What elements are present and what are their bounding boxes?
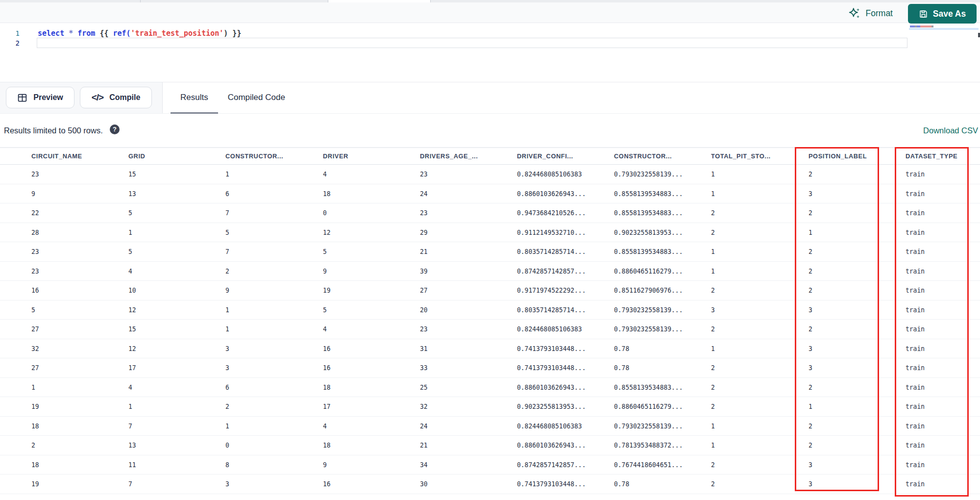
- code-icon: </>: [92, 92, 103, 103]
- editor-line-1[interactable]: 1select * from {{ ref('train_test_positi…: [0, 28, 907, 38]
- column-header-constructor: CONSTRUCTOR...: [225, 152, 318, 160]
- table-cell: 19: [323, 286, 416, 294]
- table-cell: 1: [128, 402, 221, 410]
- table-cell: 21: [420, 441, 513, 449]
- table-cell: 1: [711, 267, 804, 275]
- table-cell: 16: [323, 480, 416, 488]
- table-cell: 0.9023255813953...: [614, 228, 707, 236]
- table-cell: 20: [420, 306, 513, 314]
- line-number: 1: [0, 28, 20, 38]
- table-cell: 23: [420, 209, 513, 217]
- table-cell: 18: [323, 441, 416, 449]
- table-cell: 0: [225, 441, 318, 449]
- table-cell: 23: [31, 170, 124, 178]
- results-tabs: ResultsCompiled Code: [171, 82, 295, 114]
- help-circle-icon[interactable]: ?: [110, 125, 120, 134]
- table-cell: 13: [128, 190, 221, 198]
- table-cell: 2: [711, 325, 804, 333]
- table-cell: 11: [128, 461, 221, 469]
- table-cell: 0.824468085106383: [517, 422, 610, 430]
- table-cell: 0.8511627906976...: [614, 286, 707, 294]
- column-header-grid: GRID: [128, 152, 220, 160]
- table-cell: 0.8860465116279...: [614, 267, 707, 275]
- preview-button[interactable]: Preview: [6, 87, 74, 108]
- minimap-slider[interactable]: [909, 28, 979, 30]
- table-cell: 23: [31, 248, 124, 255]
- table-cell: 17: [128, 364, 221, 372]
- table-cell: 4: [323, 422, 416, 430]
- table-cell: 4: [128, 267, 221, 275]
- table-cell: 1: [128, 228, 221, 236]
- editor-line-2[interactable]: 2: [0, 38, 907, 48]
- tab-results[interactable]: Results: [171, 82, 218, 114]
- table-cell: 1: [225, 325, 318, 333]
- table-cell: 6: [225, 190, 318, 198]
- table-cell: 6: [225, 383, 318, 391]
- table-cell: 0: [323, 209, 416, 217]
- table-cell: 0.7413793103448...: [517, 480, 610, 488]
- table-cell: 2: [711, 383, 804, 391]
- table-cell: 1: [31, 383, 124, 391]
- table-cell: 18: [323, 190, 416, 198]
- table-cell: 34: [420, 461, 513, 469]
- save-as-button[interactable]: Save As: [908, 4, 977, 24]
- table-cell: 1: [711, 441, 804, 449]
- format-label: Format: [866, 8, 893, 19]
- editor-minimap[interactable]: [909, 24, 979, 82]
- table-cell: 0.824468085106383: [517, 170, 610, 178]
- table-cell: 0.8860103626943...: [517, 383, 610, 391]
- column-header-driver: DRIVER: [323, 152, 415, 160]
- table-cell: 21: [420, 248, 513, 255]
- table-cell: 7: [225, 209, 318, 217]
- table-cell: 5: [128, 248, 221, 255]
- results-action-bar: Preview </> Compile ResultsCompiled Code: [0, 82, 980, 114]
- save-icon: [919, 9, 928, 19]
- table-cell: 0.7930232558139...: [614, 422, 707, 430]
- compile-button[interactable]: </> Compile: [80, 87, 152, 108]
- table-cell: 0.9112149532710...: [517, 228, 610, 236]
- table-cell: 1: [711, 170, 804, 178]
- results-limit-text: Results limited to 500 rows.: [4, 126, 103, 135]
- table-cell: 0.8558139534883...: [614, 383, 707, 391]
- table-cell: 15: [128, 325, 221, 333]
- table-cell: 18: [31, 422, 124, 430]
- table-cell: 28: [31, 228, 124, 236]
- table-cell: 0.78: [614, 364, 707, 372]
- table-cell: 3: [225, 480, 318, 488]
- table-cell: 9: [323, 267, 416, 275]
- format-button[interactable]: Format: [848, 6, 893, 21]
- table-cell: 1: [711, 422, 804, 430]
- table-cell: 7: [128, 480, 221, 488]
- sql-editor[interactable]: 1select * from {{ ref('train_test_positi…: [0, 24, 980, 82]
- table-cell: 1: [225, 422, 318, 430]
- table-cell: 2: [711, 480, 804, 488]
- table-cell: 3: [225, 364, 318, 372]
- table-cell: 9: [323, 461, 416, 469]
- table-cell: 2: [225, 402, 318, 410]
- preview-label: Preview: [33, 93, 63, 102]
- column-header-driver-confi: DRIVER_CONFI...: [517, 152, 609, 160]
- download-csv-link[interactable]: Download CSV: [923, 126, 978, 135]
- table-cell: 1: [225, 170, 318, 178]
- table-cell: 24: [420, 190, 513, 198]
- code-text[interactable]: select * from {{ ref('train_test_positio…: [38, 28, 241, 38]
- table-cell: 18: [31, 461, 124, 469]
- table-cell: 2: [225, 267, 318, 275]
- table-cell: 4: [323, 170, 416, 178]
- table-cell: 1: [711, 248, 804, 255]
- table-icon: [17, 93, 27, 103]
- table-cell: 12: [323, 228, 416, 236]
- table-cell: 2: [711, 286, 804, 294]
- table-cell: 23: [420, 325, 513, 333]
- table-cell: 13: [128, 441, 221, 449]
- table-cell: 24: [420, 422, 513, 430]
- table-cell: 27: [420, 286, 513, 294]
- table-cell: 0.7930232558139...: [614, 325, 707, 333]
- table-cell: 0.9171974522292...: [517, 286, 610, 294]
- compile-label: Compile: [109, 93, 140, 102]
- table-cell: 2: [711, 402, 804, 410]
- table-cell: 2: [711, 209, 804, 217]
- table-cell: 3: [711, 306, 804, 314]
- column-header-circuit-name: CIRCUIT_NAME: [31, 152, 123, 160]
- tab-compiled-code[interactable]: Compiled Code: [218, 82, 295, 114]
